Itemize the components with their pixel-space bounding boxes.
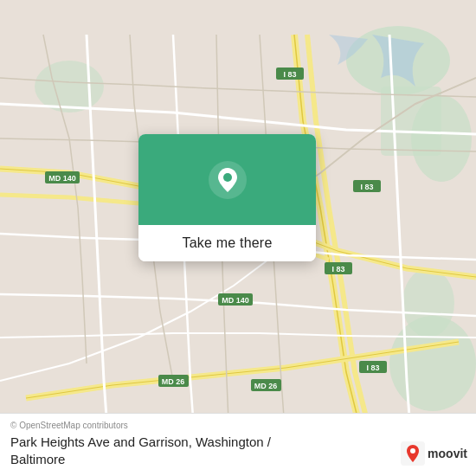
svg-text:I 83: I 83 (331, 265, 344, 273)
location-pin-icon (209, 161, 247, 199)
map-container: I 83 I 83 I 83 I 83 MD 140 MD 140 MD 26 … (0, 0, 476, 476)
svg-text:MD 140: MD 140 (222, 296, 249, 305)
card-header (138, 134, 316, 225)
svg-text:I 83: I 83 (366, 363, 379, 372)
svg-text:MD 140: MD 140 (48, 174, 76, 183)
moovit-label: moovit (428, 447, 467, 460)
svg-text:I 83: I 83 (283, 70, 296, 79)
location-name: Park Heights Ave and Garrison, Washingto… (10, 434, 466, 467)
location-line2: Baltimore (10, 452, 65, 466)
take-me-there-button[interactable]: Take me there (138, 225, 316, 261)
svg-text:MD 26: MD 26 (254, 382, 278, 390)
svg-point-26 (410, 448, 415, 453)
map-attribution: © OpenStreetMap contributors (10, 421, 466, 430)
svg-point-6 (402, 268, 454, 338)
moovit-icon (401, 441, 425, 466)
svg-text:MD 26: MD 26 (162, 377, 185, 386)
moovit-logo: moovit (401, 441, 467, 466)
svg-point-24 (223, 173, 232, 182)
bottom-info-bar: © OpenStreetMap contributors Park Height… (0, 413, 476, 476)
location-line1: Park Heights Ave and Garrison, Washingto… (10, 434, 271, 449)
svg-text:I 83: I 83 (360, 183, 373, 191)
svg-point-4 (35, 61, 104, 113)
navigation-card: Take me there (138, 134, 316, 261)
